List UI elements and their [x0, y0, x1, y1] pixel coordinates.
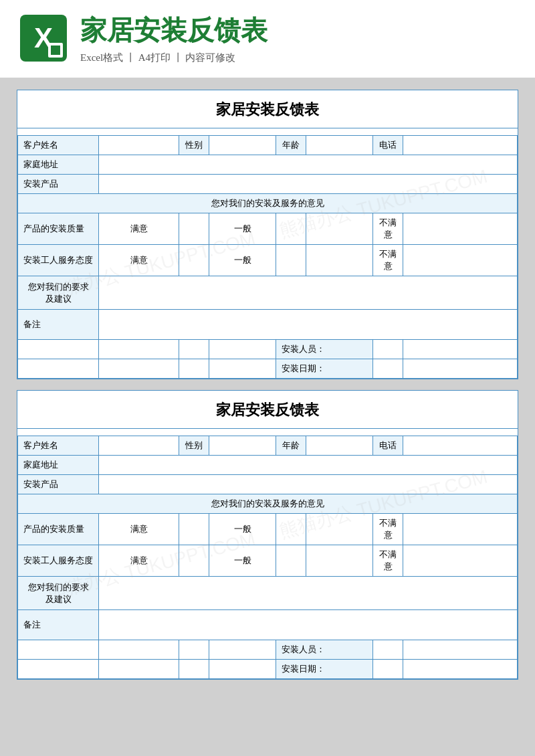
quality-unsatisfied-label-2: 不满意: [373, 514, 403, 545]
quality-normal-value: [276, 213, 306, 245]
product-value-2: [99, 475, 518, 494]
bottom2-col1: [18, 359, 99, 379]
excel-logo: [20, 15, 67, 62]
date-label: 安装日期：: [276, 359, 373, 379]
header: 家居安装反馈表 Excel格式 丨 A4打印 丨 内容可修改: [0, 0, 535, 78]
date-label-2: 安装日期：: [276, 660, 373, 679]
gender-value-2: [209, 436, 276, 456]
bottom-col4-2: [209, 640, 276, 660]
customer-label: 客户姓名: [18, 136, 99, 155]
bottom2-col4: [209, 359, 276, 379]
table-row: 产品的安装质量 满意 一般 不满意: [18, 514, 518, 545]
customer-value: [99, 136, 179, 155]
product-value: [99, 175, 518, 194]
form-table-2: 客户姓名 性别 年龄 电话 家庭地址 安装产品: [17, 429, 518, 679]
table-row: 安装工人服务态度 满意 一般 不满意: [18, 245, 518, 276]
service-normal-value-2: [276, 545, 306, 577]
product-label-2: 安装产品: [18, 475, 99, 494]
bottom-col3: [179, 340, 209, 359]
excel-logo-inner: [48, 43, 63, 58]
service-unsatisfied-value: [403, 245, 518, 276]
table-row: 备注: [18, 610, 518, 640]
requirements-value: [99, 276, 518, 310]
table-row: 客户姓名 性别 年龄 电话: [18, 136, 518, 155]
age-value: [306, 136, 373, 155]
service-label: 安装工人服务态度: [18, 245, 99, 276]
quality-satisfied-value-2: [179, 514, 209, 545]
form-title-2: 家居安装反馈表: [17, 391, 518, 429]
table-row: 备注: [18, 310, 518, 340]
installer-label: 安装人员：: [276, 340, 373, 359]
table-row: 产品的安装质量 满意 一般 不满意: [18, 213, 518, 245]
age-label: 年龄: [276, 136, 306, 155]
bottom-col1-2: [18, 640, 99, 660]
date-value2-2: [403, 660, 518, 679]
phone-value: [403, 136, 518, 155]
quality-gap: [306, 213, 373, 245]
date-value-2: [373, 660, 403, 679]
age-value-2: [306, 436, 373, 456]
table-row: 客户姓名 性别 年龄 电话: [18, 436, 518, 456]
table-row: 您对我们的安装及服务的意见: [18, 494, 518, 514]
service-unsatisfied-value-2: [403, 545, 518, 577]
bottom2-col4-2: [209, 660, 276, 679]
table-row: 家庭地址: [18, 456, 518, 475]
service-normal-label-2: 一般: [209, 545, 276, 577]
bottom-col2: [99, 340, 179, 359]
table-row: 您对我们的要求 及建议: [18, 577, 518, 610]
quality-label: 产品的安装质量: [18, 213, 99, 245]
phone-label: 电话: [373, 136, 403, 155]
notes-value: [99, 310, 518, 340]
quality-gap-2: [306, 514, 373, 545]
customer-value-2: [99, 436, 179, 456]
quality-label-2: 产品的安装质量: [18, 514, 99, 545]
form-card-1: 熊猫办公 TUKUPPT.COM 熊猫办公 TUKUPPT.COM 家居安装反馈…: [17, 90, 518, 379]
age-label-2: 年龄: [276, 436, 306, 456]
notes-label: 备注: [18, 310, 99, 340]
spacer-row: [18, 128, 518, 136]
address-value: [99, 155, 518, 175]
bottom2-col1-2: [18, 660, 99, 679]
bottom-col3-2: [179, 640, 209, 660]
date-value2: [403, 359, 518, 379]
table-row: 安装人员：: [18, 340, 518, 359]
quality-satisfied-label: 满意: [99, 213, 179, 245]
service-gap: [306, 245, 373, 276]
page-title: 家居安装反馈表: [80, 12, 268, 49]
notes-label-2: 备注: [18, 610, 99, 640]
notes-value-2: [99, 610, 518, 640]
requirements-value-2: [99, 577, 518, 610]
quality-normal-label: 一般: [209, 213, 276, 245]
table-row: 安装日期：: [18, 660, 518, 679]
phone-label-2: 电话: [373, 436, 403, 456]
quality-satisfied-label-2: 满意: [99, 514, 179, 545]
page-subtitle: Excel格式 丨 A4打印 丨 内容可修改: [80, 52, 268, 64]
requirements-label: 您对我们的要求 及建议: [18, 276, 99, 310]
service-normal-label: 一般: [209, 245, 276, 276]
customer-label-2: 客户姓名: [18, 436, 99, 456]
quality-unsatisfied-value: [403, 213, 518, 245]
opinions-header-2: 您对我们的安装及服务的意见: [18, 494, 518, 514]
table-row: 安装工人服务态度 满意 一般 不满意: [18, 545, 518, 577]
address-label: 家庭地址: [18, 155, 99, 175]
table-row: 安装人员：: [18, 640, 518, 660]
installer-value2: [403, 340, 518, 359]
table-row: 安装产品: [18, 175, 518, 194]
service-unsatisfied-label: 不满意: [373, 245, 403, 276]
service-unsatisfied-label-2: 不满意: [373, 545, 403, 577]
table-row: 安装日期：: [18, 359, 518, 379]
table-row: 您对我们的要求 及建议: [18, 276, 518, 310]
installer-value2-2: [403, 640, 518, 660]
table-row: 家庭地址: [18, 155, 518, 175]
bottom2-col3-2: [179, 660, 209, 679]
date-value: [373, 359, 403, 379]
service-normal-value: [276, 245, 306, 276]
bottom-col1: [18, 340, 99, 359]
gender-label-2: 性别: [179, 436, 209, 456]
quality-unsatisfied-label: 不满意: [373, 213, 403, 245]
bottom2-col2: [99, 359, 179, 379]
form-card-2: 熊猫办公 TUKUPPT.COM 熊猫办公 TUKUPPT.COM 家居安装反馈…: [17, 390, 518, 680]
gender-label: 性别: [179, 136, 209, 155]
opinions-header: 您对我们的安装及服务的意见: [18, 194, 518, 213]
bottom-col2-2: [99, 640, 179, 660]
